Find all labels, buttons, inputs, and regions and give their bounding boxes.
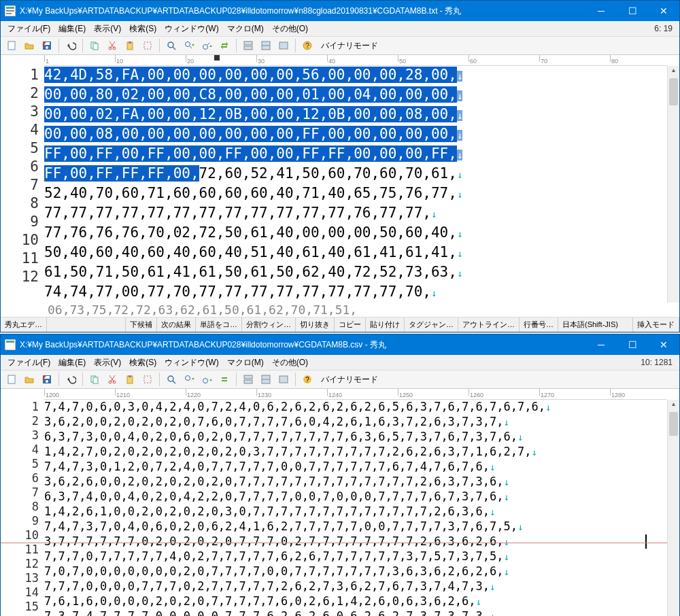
menu-macro[interactable]: マクロ(M) [223, 355, 268, 371]
scroll-thumb[interactable] [669, 78, 678, 105]
line-gutter-2: 12345678910111213141516 [1, 400, 44, 616]
status-9[interactable]: アウトライン… [458, 318, 520, 332]
replace-icon[interactable] [216, 371, 233, 388]
cut-icon[interactable] [104, 371, 120, 388]
window-1: X:¥My BackUps¥ARTDATABACKUP¥ARTDATABACKU… [0, 0, 680, 332]
minimize-button[interactable]: ─ [585, 335, 617, 355]
help-icon[interactable]: ? [299, 37, 316, 54]
toolbar-2: ? バイナリモード [1, 370, 679, 389]
status-encoding-1[interactable]: 日本語(Shift-JIS) [558, 318, 633, 332]
text-content-1[interactable]: 42,4D,58,FA,00,00,00,00,00,00,56,00,00,0… [44, 66, 667, 303]
text-content-2[interactable]: 7,4,7,0,6,0,3,0,4,2,4,0,7,2,4,0,6,2,6,2,… [44, 400, 667, 616]
open-folder-icon[interactable] [21, 371, 37, 388]
replace-icon[interactable] [216, 37, 233, 54]
svg-rect-22 [279, 42, 288, 49]
scroll-thumb[interactable] [669, 412, 678, 436]
status-1[interactable]: 下候補 [126, 318, 157, 332]
window-split-icon[interactable] [258, 37, 274, 54]
menu-search[interactable]: 検索(S) [125, 21, 160, 37]
partial-line-13: 06,73,75,72,72,63,62,61,50,61,62,70,71,5… [1, 303, 679, 317]
toolbar-mode-label-2: バイナリモード [317, 374, 378, 386]
copy-icon[interactable] [86, 371, 103, 388]
svg-rect-2 [6, 10, 14, 12]
ruler-2[interactable]: 1200121012201230124012501260127012801290 [44, 389, 667, 400]
save-icon[interactable] [39, 371, 55, 388]
app-icon [5, 339, 16, 350]
menu-view[interactable]: 表示(V) [90, 21, 125, 37]
search-up-icon[interactable] [199, 371, 215, 388]
menu-other[interactable]: その他(O) [268, 21, 312, 37]
current-line-rule [1, 543, 667, 543]
undo-icon[interactable] [63, 37, 79, 54]
svg-rect-4 [8, 41, 15, 50]
new-file-icon[interactable] [3, 371, 20, 388]
menu-view[interactable]: 表示(V) [90, 355, 125, 371]
new-file-icon[interactable] [3, 37, 20, 54]
open-folder-icon[interactable] [21, 37, 37, 54]
app-icon [5, 5, 16, 16]
editor-area-2: 12345678910111213141516 7,4,7,0,6,0,3,0,… [1, 400, 679, 616]
svg-point-40 [203, 379, 208, 383]
scrollbar-vertical-1[interactable]: ▴ [667, 66, 679, 303]
save-icon[interactable] [39, 37, 55, 54]
toolbar-mode-label-1: バイナリモード [317, 40, 378, 52]
maximize-button[interactable]: ☐ [617, 1, 648, 21]
menu-window[interactable]: ウィンドウ(W) [160, 355, 222, 371]
close-button[interactable]: ✕ [648, 1, 679, 21]
select-icon[interactable] [139, 371, 156, 388]
menu-file[interactable]: ファイル(F) [3, 21, 54, 37]
status-3[interactable]: 単語をコ… [196, 318, 242, 332]
window-tile-icon[interactable] [240, 37, 256, 54]
status-6[interactable]: コピー [335, 318, 366, 332]
select-icon[interactable] [139, 37, 156, 54]
menu-other[interactable]: その他(O) [268, 355, 312, 371]
minimize-button[interactable]: ─ [585, 1, 617, 21]
status-2[interactable]: 次の結果 [157, 318, 196, 332]
titlebar-2[interactable]: X:¥My BackUps¥ARTDATABACKUP¥ARTDATABACKU… [1, 335, 679, 355]
status-4[interactable]: 分割ウィン… [242, 318, 296, 332]
paste-icon[interactable] [122, 371, 138, 388]
menu-edit[interactable]: 編集(E) [54, 355, 90, 371]
undo-icon[interactable] [63, 371, 79, 388]
menu-window[interactable]: ウィンドウ(W) [160, 21, 222, 37]
menu-edit[interactable]: 編集(E) [54, 21, 90, 37]
svg-rect-13 [129, 41, 131, 44]
search-down-icon[interactable] [181, 37, 197, 54]
window-title-2: X:¥My BackUps¥ARTDATABACKUP¥ARTDATABACKU… [20, 339, 585, 351]
window-tile-icon[interactable] [240, 371, 256, 388]
ruler-1[interactable]: 1102030405060708090 [44, 55, 667, 66]
search-icon[interactable] [163, 371, 180, 388]
cut-icon[interactable] [104, 37, 120, 54]
scroll-up-icon[interactable]: ▴ [668, 66, 679, 78]
search-up-icon[interactable] [199, 37, 215, 54]
svg-point-39 [186, 376, 190, 381]
copy-icon[interactable] [86, 37, 103, 54]
titlebar-1[interactable]: X:¥My BackUps¥ARTDATABACKUP¥ARTDATABACKU… [1, 1, 679, 21]
svg-rect-26 [6, 341, 14, 343]
menu-macro[interactable]: マクロ(M) [223, 21, 268, 37]
window-single-icon[interactable] [275, 371, 292, 388]
scroll-up-icon[interactable]: ▴ [668, 400, 679, 412]
close-button[interactable]: ✕ [648, 335, 679, 355]
menu-search[interactable]: 検索(S) [125, 355, 160, 371]
search-down-icon[interactable] [181, 371, 197, 388]
svg-rect-42 [244, 380, 252, 383]
status-5[interactable]: 切り抜き [296, 318, 335, 332]
search-icon[interactable] [163, 37, 180, 54]
status-insert-1[interactable]: 挿入モード [633, 318, 679, 332]
svg-rect-36 [129, 375, 131, 377]
window-split-icon[interactable] [258, 371, 274, 388]
status-10[interactable]: 行番号… [520, 318, 558, 332]
svg-text:?: ? [305, 42, 309, 50]
scrollbar-vertical-2[interactable]: ▴ [667, 400, 679, 616]
status-7[interactable]: 貼り付け [366, 318, 405, 332]
window-title-1: X:¥My BackUps¥ARTDATABACKUP¥ARTDATABACKU… [20, 5, 585, 17]
menu-file[interactable]: ファイル(F) [3, 355, 54, 371]
status-8[interactable]: タグジャン… [405, 318, 458, 332]
paste-icon[interactable] [122, 37, 138, 54]
status-appname[interactable]: 秀丸エデ… [1, 318, 47, 332]
maximize-button[interactable]: ☐ [617, 335, 648, 355]
svg-rect-3 [6, 13, 12, 14]
help-icon[interactable]: ? [299, 371, 316, 388]
window-single-icon[interactable] [275, 37, 292, 54]
